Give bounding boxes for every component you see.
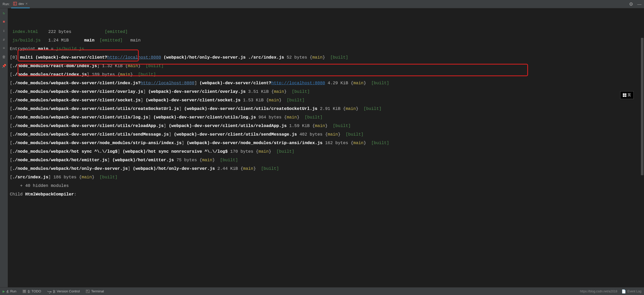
minimize-panel-icon[interactable]: —	[637, 2, 641, 6]
tool-window-todo[interactable]: 6: TODO	[23, 289, 41, 293]
clear-all-button[interactable]: 🗑	[1, 54, 6, 60]
vcs-branch-icon: ⎇	[47, 288, 53, 294]
terminal-icon	[86, 290, 90, 293]
tool-window-terminal[interactable]: Terminal	[86, 289, 104, 293]
todo-icon	[23, 290, 26, 293]
run-config-tab-label: dev	[18, 2, 24, 6]
ime-label: 英	[627, 93, 631, 97]
console-scrollbar[interactable]	[641, 10, 643, 285]
status-bar: ▶ 4: Run 6: TODO ⎇ 9: Version Control Te…	[0, 287, 644, 295]
run-tool-tab-bar: Run: dev × ⚙ —	[0, 0, 644, 8]
run-arrow-icon: ▶	[3, 290, 5, 293]
npm-run-icon	[13, 2, 17, 5]
watermark-text: https://blog.csdn.net/a2018	[580, 290, 617, 293]
run-config-tab-dev[interactable]: dev ×	[11, 0, 30, 8]
tool-window-event-log[interactable]: 📄 Event Log	[621, 289, 641, 293]
tool-window-run[interactable]: ▶ 4: Run	[3, 289, 16, 293]
scroll-to-end-button[interactable]: ↧	[1, 28, 6, 33]
event-log-icon: 📄	[621, 289, 626, 293]
print-stack-button[interactable]: ≡	[1, 46, 6, 51]
rerun-button[interactable]: ↻	[1, 10, 6, 16]
toggle-soft-wrap-button[interactable]: ⇵	[1, 37, 6, 42]
close-tab-icon[interactable]: ×	[25, 2, 27, 6]
stop-button[interactable]: ■	[1, 19, 6, 24]
run-panel-label: Run:	[3, 2, 10, 6]
console-output[interactable]: index.html 222 bytes [emitted] js/build.…	[8, 8, 644, 287]
windows-logo-icon	[623, 93, 626, 97]
tool-window-version-control[interactable]: ⎇ 9: Version Control	[47, 289, 80, 293]
ime-indicator[interactable]: 英	[620, 91, 634, 99]
console-scrollbar-thumb[interactable]	[641, 38, 643, 175]
run-tool-gutter: ↻ ■ ↧ ⇵ ≡ 🗑 📌	[0, 8, 8, 287]
pin-tab-button[interactable]: 📌	[1, 63, 6, 68]
settings-gear-icon[interactable]: ⚙	[629, 2, 633, 7]
